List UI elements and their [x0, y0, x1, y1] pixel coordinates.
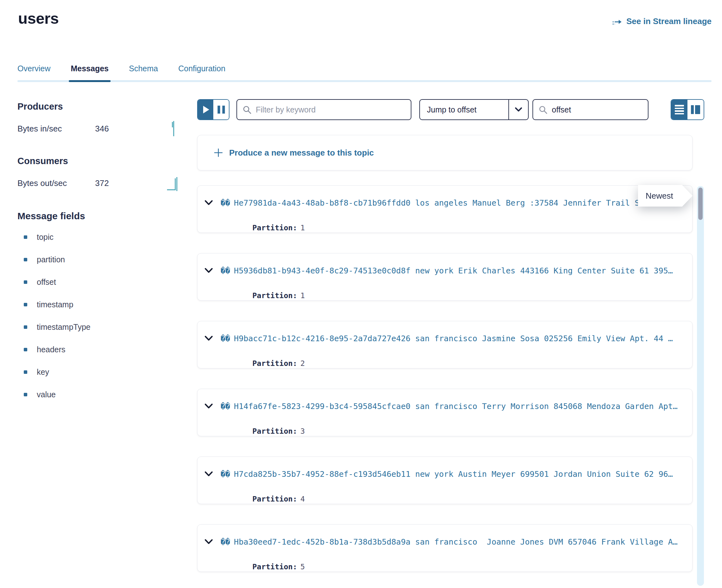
tab-overview[interactable]: Overview: [17, 64, 50, 82]
field-item-key[interactable]: key: [17, 368, 180, 376]
bytes-out-value: 372: [95, 178, 109, 188]
chevron-down-icon[interactable]: [204, 471, 213, 477]
column-view-button[interactable]: [687, 100, 704, 120]
field-item-timestampType[interactable]: timestampType: [17, 323, 180, 331]
field-item-timestamp[interactable]: timestamp: [17, 301, 180, 309]
offset-value: 163: [287, 571, 300, 572]
bytes-out-label: Bytes out/sec: [17, 178, 95, 188]
key-glyphs: ��: [221, 469, 230, 479]
newest-tooltip: Newest: [638, 185, 693, 207]
topic-messages-page: users See in Stream lineage Overview Mes…: [0, 0, 722, 588]
search-icon: [539, 105, 548, 114]
pause-icon: [218, 105, 225, 114]
partition-value: 1: [301, 223, 305, 232]
produce-message-label: Produce a new message to this topic: [229, 148, 374, 158]
message-meta: Partition:4 Offset:127 Timestamp:1659644…: [216, 486, 692, 504]
messages-toolbar: Jump to offset: [197, 99, 704, 120]
offset-search: [533, 99, 648, 120]
jump-to-offset-select[interactable]: Jump to offset: [419, 99, 529, 120]
message-meta: Partition:2 Offset:167 Timestamp:1659644…: [216, 350, 692, 369]
chevron-down-icon: [509, 100, 528, 120]
field-item-partition[interactable]: partition: [17, 256, 180, 264]
list-view-button[interactable]: [671, 100, 687, 120]
offset-value: 120: [287, 232, 300, 233]
partition-value: 3: [301, 427, 305, 436]
key-glyphs: ��: [221, 266, 230, 275]
offset-search-input[interactable]: [552, 105, 654, 114]
message-row[interactable]: �� He77981da-4a43-48ab-b8f8-cb71b96ffdd0…: [197, 185, 693, 233]
search-icon: [243, 105, 251, 114]
producers-heading: Producers: [17, 101, 180, 112]
producers-sparkline: [166, 120, 180, 137]
field-bullet-icon: [24, 393, 27, 396]
chevron-down-icon[interactable]: [204, 336, 213, 341]
message-fields-list: topic partition offset timestamp timesta…: [17, 233, 180, 399]
message-row[interactable]: �� H7cda825b-35b7-4952-88ef-c193d546eb11…: [197, 457, 693, 504]
field-item-offset[interactable]: offset: [17, 278, 180, 286]
message-preview: H5936db81-b943-4e0f-8c29-74513e0c0d8f ne…: [234, 266, 673, 275]
message-preview: H14fa67fe-5823-4299-b3c4-595845cfcae0 sa…: [234, 402, 678, 411]
bytes-in-label: Bytes in/sec: [17, 124, 95, 134]
consumers-heading: Consumers: [17, 155, 180, 167]
stream-lineage-icon: [612, 17, 622, 26]
chevron-down-icon[interactable]: [204, 268, 213, 274]
message-meta: Partition:1 Offset:119 Timestamp:1659644…: [216, 282, 692, 301]
column-view-icon: [691, 105, 700, 114]
page-title: users: [18, 9, 59, 27]
chevron-down-icon[interactable]: [204, 539, 213, 545]
field-bullet-icon: [24, 235, 27, 239]
field-item-topic[interactable]: topic: [17, 233, 180, 241]
scrollbar-thumb[interactable]: [698, 188, 703, 220]
key-glyphs: ��: [221, 334, 230, 343]
producers-metric-row: Bytes in/sec 346: [17, 120, 180, 138]
play-icon: [203, 106, 209, 113]
chevron-down-icon[interactable]: [204, 200, 213, 206]
key-glyphs: ��: [221, 198, 230, 208]
play-pause-toggle: [197, 99, 229, 120]
offset-value: 167: [287, 368, 300, 369]
tab-configuration[interactable]: Configuration: [178, 64, 225, 82]
list-view-icon: [675, 105, 684, 114]
play-button[interactable]: [198, 100, 213, 120]
newest-tooltip-label: Newest: [638, 185, 693, 207]
field-item-value[interactable]: value: [17, 391, 180, 399]
field-bullet-icon: [24, 303, 27, 306]
partition-value: 5: [301, 562, 305, 571]
messages-panel: Jump to offset: [197, 99, 704, 572]
partition-value: 1: [301, 291, 305, 300]
key-glyphs: ��: [221, 537, 230, 546]
scrollbar-track[interactable]: [697, 186, 704, 586]
field-item-headers[interactable]: headers: [17, 345, 180, 354]
consumers-metric-row: Bytes out/sec 372: [17, 174, 180, 192]
partition-value: 2: [301, 359, 305, 368]
field-bullet-icon: [24, 370, 27, 374]
message-row[interactable]: �� H14fa67fe-5823-4299-b3c4-595845cfcae0…: [197, 389, 693, 436]
message-row[interactable]: �� H9bacc71c-b12c-4216-8e95-2a7da727e426…: [197, 321, 693, 369]
field-bullet-icon: [24, 280, 27, 284]
produce-message-button[interactable]: Produce a new message to this topic: [197, 135, 693, 170]
tab-messages[interactable]: Messages: [71, 64, 109, 82]
message-preview: H9bacc71c-b12c-4216-8e95-2a7da727e426 sa…: [234, 334, 673, 343]
chevron-down-icon[interactable]: [204, 403, 213, 409]
consumers-sparkline: [166, 174, 180, 192]
message-preview: H7cda825b-35b7-4952-88ef-c193d546eb11 ne…: [234, 469, 673, 479]
plus-icon: [214, 148, 223, 157]
stream-lineage-link[interactable]: See in Stream lineage: [612, 17, 711, 26]
bytes-in-value: 346: [95, 124, 109, 134]
field-bullet-icon: [24, 348, 27, 351]
message-preview: He77981da-4a43-48ab-b8f8-cb71b96ffdd0 lo…: [234, 198, 639, 208]
sidebar: Producers Bytes in/sec 346 Consumers Byt…: [17, 101, 180, 413]
offset-value: 141: [287, 436, 300, 436]
message-preview: Hba30eed7-1edc-452b-8b1a-738d3b5d8a9a sa…: [234, 537, 678, 546]
tab-bar: Overview Messages Schema Configuration: [17, 64, 711, 82]
offset-value: 119: [287, 300, 300, 301]
tab-schema[interactable]: Schema: [129, 64, 158, 82]
message-meta: Partition:3 Offset:141 Timestamp:1659644…: [216, 418, 692, 436]
view-mode-toggle: [671, 99, 704, 120]
message-row[interactable]: �� Hba30eed7-1edc-452b-8b1a-738d3b5d8a9a…: [197, 524, 693, 572]
field-bullet-icon: [24, 326, 27, 329]
keyword-filter: [236, 99, 411, 120]
pause-button[interactable]: [213, 100, 229, 120]
message-row[interactable]: �� H5936db81-b943-4e0f-8c29-74513e0c0d8f…: [197, 253, 693, 301]
keyword-filter-input[interactable]: [256, 105, 411, 114]
